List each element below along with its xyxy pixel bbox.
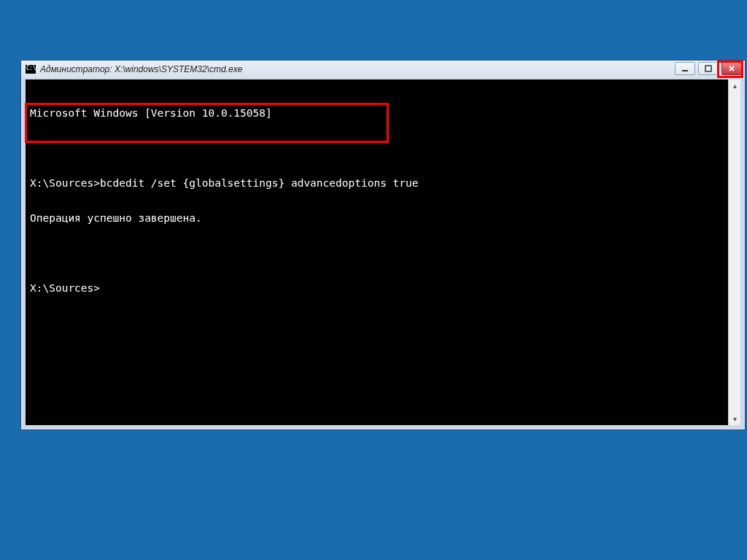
svg-rect-0 <box>682 70 688 71</box>
maximize-button[interactable] <box>698 62 719 75</box>
terminal-line: X:\Sources> <box>30 282 736 294</box>
titlebar[interactable]: Администратор: X:\windows\SYSTEM32\cmd.e… <box>21 61 745 78</box>
terminal-line: X:\Sources>bcdedit /set {globalsettings}… <box>30 177 736 189</box>
cmd-icon <box>26 65 36 74</box>
terminal-line <box>30 142 736 154</box>
minimize-icon <box>681 65 689 72</box>
cmd-window: Администратор: X:\windows\SYSTEM32\cmd.e… <box>20 60 746 430</box>
minimize-button[interactable] <box>675 62 695 75</box>
window-title: Администратор: X:\windows\SYSTEM32\cmd.e… <box>40 64 242 74</box>
close-icon <box>728 65 735 72</box>
terminal-line: Операция успешно завершена. <box>30 212 736 224</box>
vertical-scrollbar[interactable]: ▴ ▾ <box>728 79 740 425</box>
terminal-line: Microsoft Windows [Version 10.0.15058] <box>30 107 736 119</box>
terminal-output[interactable]: Microsoft Windows [Version 10.0.15058] X… <box>26 79 740 425</box>
terminal-line <box>30 247 736 259</box>
scroll-down-icon[interactable]: ▾ <box>729 413 740 425</box>
maximize-icon <box>705 65 712 72</box>
scroll-up-icon[interactable]: ▴ <box>729 79 740 92</box>
svg-rect-1 <box>705 66 711 71</box>
close-button[interactable] <box>721 62 742 75</box>
window-controls <box>675 62 742 75</box>
